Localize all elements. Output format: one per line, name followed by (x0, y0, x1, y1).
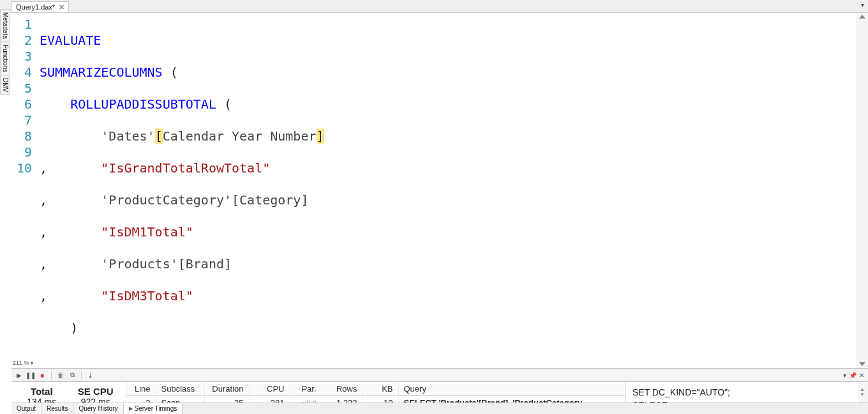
tab-overflow-button[interactable]: ▾ (857, 0, 868, 12)
document-tab[interactable]: Query1.dax* ✕ (11, 1, 69, 12)
tab-output[interactable]: Output (11, 403, 41, 414)
query-detail-panel: SET DC_KIND="AUTO"; SELECT COUNT ( ) FRO… (625, 382, 868, 402)
side-tab-metadata[interactable]: Metadata (0, 9, 10, 42)
tab-results[interactable]: Results (41, 403, 73, 414)
pin-icon[interactable]: 📌 (849, 372, 857, 379)
grid-header-row[interactable]: Line Subclass Duration CPU Par. Rows KB … (126, 382, 625, 396)
tab-query-history[interactable]: Query History (73, 403, 123, 414)
timings-toolbar: ▶ ❚❚ ■ 🗑 ⧉ ⭳ ▾ 📌 ✕ (11, 369, 868, 381)
copy-icon[interactable]: ⧉ (68, 371, 76, 379)
secpu-label: SE CPU (72, 386, 120, 397)
side-tab-rail: Metadata Functions DMV (0, 9, 10, 95)
zoom-indicator[interactable]: 211 %▾ (11, 358, 33, 368)
play-icon[interactable]: ▶ (15, 371, 23, 379)
pause-icon[interactable]: ❚❚ (27, 371, 34, 379)
dropdown-icon[interactable]: ▾ (843, 372, 846, 379)
detail-vertical-scrollbar[interactable] (858, 382, 868, 402)
close-panel-icon[interactable]: ✕ (859, 372, 864, 379)
export-icon[interactable]: ⭳ (87, 371, 94, 379)
side-tab-functions[interactable]: Functions (0, 42, 10, 75)
editor-vertical-scrollbar[interactable] (857, 13, 868, 368)
chevron-down-icon: ▾ (31, 360, 33, 366)
total-label: Total (18, 386, 66, 397)
clear-icon[interactable]: 🗑 (57, 371, 64, 379)
code-content: EVALUATE SUMMARIZECOLUMNS ( ROLLUPADDISS… (37, 13, 857, 368)
document-tab-title: Query1.dax* (16, 3, 55, 11)
document-tabstrip: Query1.dax* ✕ ▾ (0, 0, 868, 13)
tab-server-timings[interactable]: ▶Server Timings (124, 403, 183, 414)
close-icon[interactable]: ✕ (59, 3, 64, 12)
code-editor[interactable]: 1 2 3 4 5 6 7 8 9 10 EVALUATE SUMMARIZEC… (11, 13, 868, 368)
play-icon: ▶ (129, 406, 133, 411)
side-tab-dmv[interactable]: DMV (0, 75, 10, 95)
scan-grid: Line Subclass Duration CPU Par. Rows KB … (126, 382, 625, 402)
stats-panel: Total 134 ms SE CPU 922 ms x7.3 FE 7 ms … (11, 382, 126, 402)
bottom-tabstrip: Output Results Query History ▶Server Tim… (11, 402, 868, 414)
stop-icon[interactable]: ■ (38, 371, 46, 379)
line-number-gutter: 1 2 3 4 5 6 7 8 9 10 (11, 13, 37, 368)
